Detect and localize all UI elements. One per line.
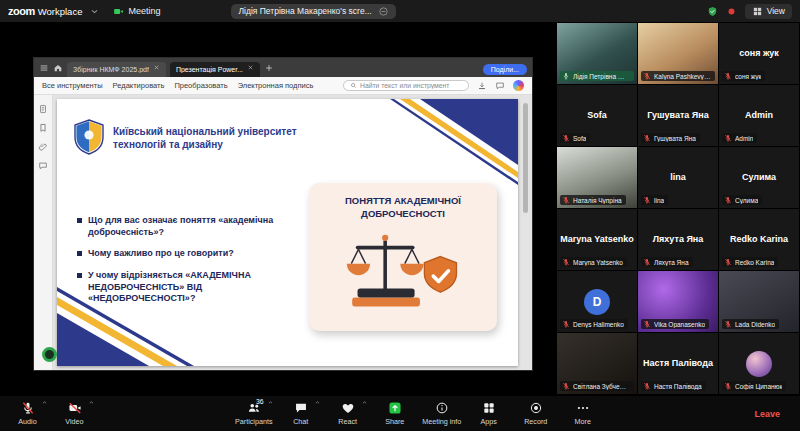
participant-name: Lada Didenko [735, 321, 775, 328]
toolbar-apps-button[interactable]: Apps [465, 396, 512, 431]
document-tab-title: Збірник НКМФ 2025.pdf [73, 66, 149, 73]
apps-icon [482, 401, 496, 415]
participant-name-label: Denys Halimenko [560, 319, 628, 329]
security-shield-icon[interactable] [707, 6, 718, 17]
participant-tile[interactable]: Kalyna Pashkevych [638, 23, 718, 84]
participant-tile[interactable]: AdminAdmin [719, 85, 799, 146]
caret-up-icon[interactable] [41, 399, 48, 406]
toolbar-audio-button[interactable]: Audio [4, 396, 51, 431]
tab-meeting[interactable]: Meeting [107, 0, 166, 22]
participant-tile[interactable]: СулимаСулима [719, 147, 799, 208]
participant-tile[interactable]: Ляхута ЯнаЛяхута Яна [638, 209, 718, 270]
participant-display-name: Redko Karina [730, 234, 788, 245]
participant-tile[interactable]: SofaSofa [557, 85, 637, 146]
acrobat-menu-item[interactable]: Редактировать [113, 81, 165, 90]
acrobat-menu-icon[interactable] [39, 63, 49, 73]
participant-name: Настя Палівода [654, 383, 702, 390]
workspace-chevron-icon[interactable] [89, 6, 100, 17]
caret-up-icon[interactable] [314, 399, 321, 406]
participant-tile[interactable]: Maryna YatsenkoMaryna Yatsenko [557, 209, 637, 270]
meeting-info-icon [435, 401, 449, 415]
toolbar-more-button[interactable]: More [559, 396, 606, 431]
participant-display-name: Admin [745, 110, 773, 121]
participant-name-label: соня жук [722, 71, 765, 81]
muted-mic-icon [562, 258, 570, 266]
zoom-bottom-toolbar: AudioVideo Participants36ChatReactShareM… [0, 396, 800, 431]
download-icon[interactable] [477, 81, 487, 91]
participant-name-label: Redko Karina [722, 257, 778, 267]
participant-name-label: Софія Ципанюк [722, 381, 786, 391]
participant-tile[interactable]: Lada Didenko [719, 271, 799, 332]
participant-name-label: Лідія Петрівна Макаренко [560, 71, 634, 81]
toolbar-video-button[interactable]: Video [51, 396, 98, 431]
document-tab-title: Презентація Power... [176, 66, 243, 73]
participant-tile[interactable]: Світлана Зубченко [557, 333, 637, 394]
participant-tile[interactable]: Наталія Чупріна [557, 147, 637, 208]
toolbar-react-button[interactable]: React [324, 396, 371, 431]
acrobat-search-box[interactable]: Найти текст или инструмент [343, 80, 469, 91]
participant-tile[interactable]: Настя ПаліводаНастя Палівода [638, 333, 718, 394]
participant-name: Гушувата Яна [654, 135, 696, 142]
participant-name-label: Сулима [722, 195, 762, 205]
acrobat-menu-item[interactable]: Преобразовать [174, 81, 227, 90]
participant-tile[interactable]: соня жуксоня жук [719, 23, 799, 84]
document-tab-active[interactable]: Презентація Power... [170, 62, 260, 77]
attachments-icon[interactable] [38, 142, 48, 152]
muted-mic-icon [724, 258, 732, 266]
toolbar-meeting-info-button[interactable]: Meeting info [418, 396, 465, 431]
tab-screen-share[interactable]: Лідія Петрівна Макаренко's scre... [231, 4, 395, 19]
assistant-fab-button[interactable] [42, 347, 57, 362]
participant-tile[interactable]: DDenys Halimenko [557, 271, 637, 332]
participant-tile[interactable]: linalina [638, 147, 718, 208]
muted-mic-icon [643, 382, 651, 390]
document-scrollbar[interactable] [523, 103, 528, 213]
toolbar-left-group: AudioVideo [4, 396, 98, 431]
bookmarks-icon[interactable] [38, 123, 48, 133]
toolbar-participants-button[interactable]: Participants36 [230, 396, 277, 431]
participant-display-name: Maryna Yatsenko [560, 234, 633, 245]
audio-icon [21, 401, 35, 415]
leave-button[interactable]: Leave [738, 409, 796, 419]
muted-mic-icon [643, 320, 651, 328]
bullet-text: Що для вас означає поняття «академічна д… [88, 215, 309, 238]
close-tab-icon[interactable] [247, 64, 254, 71]
comment-icon[interactable] [495, 81, 505, 91]
toolbar-center-group: Participants36ChatReactShareMeeting info… [230, 396, 606, 431]
toolbar-record-button[interactable]: Record [512, 396, 559, 431]
participant-tile[interactable]: Vika Opanasenko [638, 271, 718, 332]
ai-assistant-icon[interactable] [513, 80, 524, 91]
page-thumbnails-icon[interactable] [38, 104, 48, 114]
document-tab[interactable]: Збірник НКМФ 2025.pdf [67, 62, 166, 77]
close-tab-icon[interactable] [153, 64, 160, 71]
participant-name-label: Світлана Зубченко [560, 381, 634, 391]
acrobat-home-icon[interactable] [53, 63, 63, 73]
toolbar-button-label: Participants [235, 417, 273, 426]
minus-circle-icon[interactable] [378, 6, 389, 17]
muted-mic-icon [643, 258, 651, 266]
muted-mic-icon [724, 196, 732, 204]
toolbar-button-label: Chat [293, 417, 308, 426]
acrobat-sidebar [34, 95, 53, 370]
caret-up-icon[interactable] [88, 399, 95, 406]
workplace-logo-text: Workplace [38, 6, 83, 17]
toolbar-chat-button[interactable]: Chat [277, 396, 324, 431]
participant-tile[interactable]: Лідія Петрівна Макаренко [557, 23, 637, 84]
participant-tile[interactable]: Софія Ципанюк [719, 333, 799, 394]
comments-icon[interactable] [38, 161, 48, 171]
toolbar-share-button[interactable]: Share [371, 396, 418, 431]
card-title: ПОНЯТТЯ АКАДЕМІЧНОЇ ДОБРОЧЕСНОСТІ [319, 194, 487, 221]
participant-tile[interactable]: Гушувата ЯнаГушувата Яна [638, 85, 718, 146]
new-tab-icon[interactable] [264, 63, 274, 73]
view-button[interactable]: View [745, 4, 792, 19]
acrobat-share-button[interactable]: Поділи... [483, 64, 527, 75]
participant-display-name: Ляхута Яна [653, 234, 704, 245]
participant-name: Kalyna Pashkevych [654, 73, 711, 80]
caret-up-icon[interactable] [267, 399, 274, 406]
acrobat-menu-item[interactable]: Электронная подпись [238, 81, 314, 90]
muted-mic-icon [643, 72, 651, 80]
participant-tile[interactable]: Redko KarinaRedko Karina [719, 209, 799, 270]
participant-name: Vika Opanasenko [654, 321, 705, 328]
muted-mic-icon [724, 382, 732, 390]
acrobat-menu-item[interactable]: Все инструменты [42, 81, 103, 90]
caret-up-icon[interactable] [361, 399, 368, 406]
